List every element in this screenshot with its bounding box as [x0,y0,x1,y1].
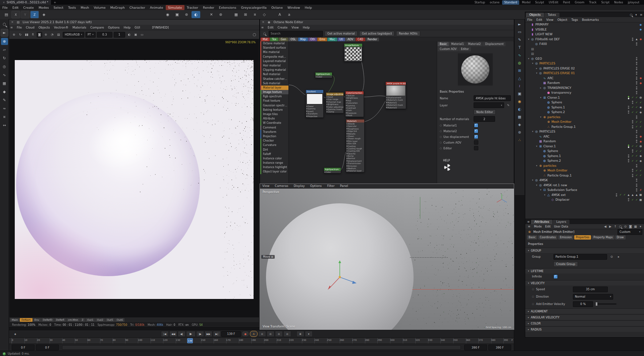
object-tag-icon[interactable] [639,38,642,41]
object-tag-icon[interactable] [639,106,642,109]
keyframe-diamond-icon[interactable]: ◆ [12,331,19,337]
editor-visibility-dot[interactable] [628,110,630,112]
node-type-item[interactable]: Instance color [260,156,288,161]
hamburger-icon[interactable]: ≡ [260,25,265,30]
render-visibility-dot[interactable] [636,88,638,90]
node-port-row[interactable]: Displacement [346,160,364,162]
node-port-row[interactable]: Color adjustment [326,106,343,108]
object-tag-icon[interactable] [639,169,642,172]
object-tag-icon[interactable] [635,111,638,114]
node-type-item[interactable]: Dirt [260,148,288,152]
render-visibility-dot[interactable] [636,190,638,192]
node-type-item[interactable]: Octane material [260,41,288,46]
expand-toggle[interactable]: ▾ [539,116,542,118]
object-tag-icon[interactable] [639,198,642,201]
select-icon[interactable]: ► [1,29,8,37]
object-tag-icon[interactable] [631,193,634,196]
render-picture-viewer-icon[interactable]: ▣ [173,11,181,18]
collapsed-section-header[interactable]: ▸COLOR [525,320,644,326]
node-type-item[interactable]: Image tiles [260,112,288,116]
modeling-icon[interactable]: ▦ [1,80,8,87]
material-count-field[interactable]: 2 [474,116,495,122]
render-visibility-dot[interactable] [636,142,638,143]
layout-item[interactable]: Model [520,0,533,5]
goto-end-button[interactable]: ▶| [213,331,221,337]
ne-menu-item[interactable]: Help [301,25,312,30]
focus-pick-icon[interactable]: ⊕ [11,32,17,38]
lv-menu-item[interactable]: File [15,25,24,30]
tree-row[interactable]: F400 [525,42,644,47]
menu-item[interactable]: Greyscalegorilla [238,5,269,10]
graph-node[interactable]: ColorCorrection TextureBrightnessHueSatu… [345,91,364,117]
render-visibility-dot[interactable] [616,195,618,197]
modeling-settings-icon[interactable]: ⊛ [216,11,225,18]
node-port-row[interactable]: Invert [306,110,323,112]
interactive-render-icon[interactable]: ◐ [192,11,200,18]
menu-item[interactable]: Window [285,5,302,10]
layout-item[interactable]: Paint [561,0,572,5]
preset-select[interactable]: Custom▾ [618,229,642,235]
menu-item[interactable]: Render [201,5,217,10]
tree-row[interactable]: ▾ Cloner.1 [525,95,644,100]
render-visibility-dot[interactable] [636,137,638,138]
object-tag-icon[interactable] [631,106,634,109]
spline-icon[interactable]: ∿ [516,52,523,58]
node-port-row[interactable]: Roughness [346,128,364,130]
node-type-item[interactable]: Null material [260,72,288,77]
get-active-tag-button[interactable]: Get active tag/object [359,31,394,36]
axis-mode-icon[interactable]: a [285,11,293,18]
node-port-row[interactable]: Sheen [346,135,364,137]
vp-menu-item[interactable]: Panel [338,184,351,189]
editor-visibility-dot[interactable] [636,42,638,44]
node-port-row[interactable]: Normal [346,157,364,159]
object-tag-icon[interactable] [639,28,642,31]
tree-row[interactable]: ▾ Cloner.1 [525,144,644,149]
graph-node[interactable]: Gradient PowerGammaInvertTransformProjec… [306,90,324,118]
lock-icon[interactable]: ◙ [628,224,633,229]
layer-select[interactable]: ▾ [474,102,504,108]
menu-item[interactable]: Edit [10,5,21,10]
node-type-item[interactable]: Comment [260,125,288,130]
node-type-item[interactable]: Gaussian spectrum [260,103,288,108]
node-port-row[interactable]: Clamp [326,110,343,113]
coord-system-icon[interactable]: ◈ [40,11,48,18]
emitter-velocity-field[interactable]: 0 % [573,301,593,307]
editor-visibility-dot[interactable] [636,77,638,78]
render-visibility-dot[interactable] [632,127,634,129]
node-type-item[interactable]: Sub material [260,81,288,86]
tree-row[interactable]: Sphere [525,149,644,154]
material-subtab[interactable]: Editor [459,47,471,51]
move-gizmo[interactable] [320,257,360,297]
tree-row[interactable]: Sphere.1 [525,105,644,110]
render-pass-tab[interactable]: Out5 [105,318,115,322]
panel-tab[interactable]: Layers [553,220,570,224]
node-type-item[interactable]: Mix material [260,50,288,54]
editor-visibility-dot[interactable] [636,57,638,59]
group-field[interactable]: Particle Group.1 [553,254,607,260]
node-port-row[interactable]: Film IOR [346,142,364,145]
render-pass-tab[interactable]: DeRefD [41,318,54,322]
node-port-row[interactable]: Brightness [345,97,364,99]
pen-icon[interactable]: ✎ [516,36,523,43]
render-visibility-dot[interactable] [636,73,638,75]
search-icon[interactable]: ○ [618,224,623,229]
expand-toggle[interactable]: ▾ [535,72,538,74]
node-type-item[interactable]: Hair material [260,63,288,68]
node-type-item[interactable]: Shadow catcher m [260,77,288,81]
tree-row[interactable]: Sphere [525,100,644,105]
menu-item[interactable]: Help [302,5,314,10]
render-visibility-dot[interactable] [628,156,630,158]
vp-menu-item[interactable]: Cameras [272,184,290,189]
layout-item[interactable]: Nodes [612,0,625,5]
node-port-row[interactable]: Coating [346,145,364,147]
object-tag-icon[interactable] [639,140,642,143]
om-menu-item[interactable]: File [525,17,534,22]
infinite-checkbox[interactable] [553,274,558,279]
tree-row[interactable]: ▾ 4MSK [525,178,644,183]
node-port-row[interactable]: Specular [346,125,364,127]
editor-visibility-dot[interactable] [636,135,638,137]
tree-row[interactable]: ▾ 4MSK rot.1 new [525,183,644,188]
node-type-item[interactable]: Baking texture [260,108,288,112]
vp-menu-item[interactable]: Options [308,184,324,189]
tree-row[interactable]: transparency [525,90,644,95]
